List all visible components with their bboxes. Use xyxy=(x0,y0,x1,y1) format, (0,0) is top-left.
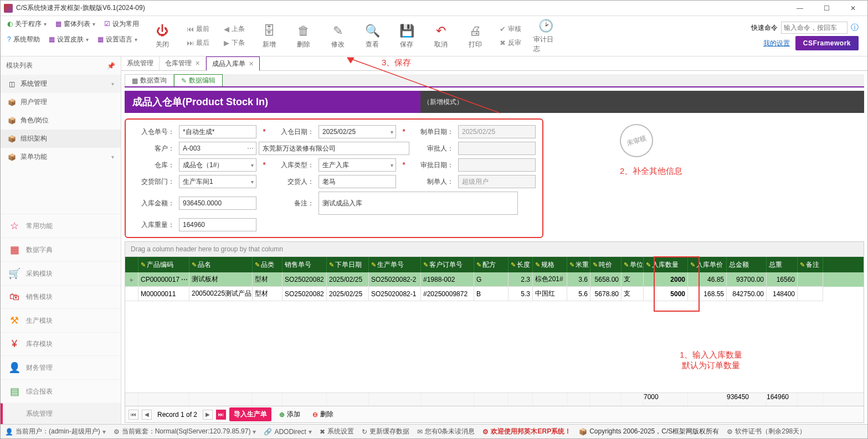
status-mail[interactable]: ✉您有0条未读消息 xyxy=(417,427,475,436)
grid-cell[interactable]: 型材 xyxy=(253,272,283,287)
grid-col-header[interactable]: 总重 xyxy=(767,257,798,272)
grid-col-header[interactable]: ✎单位 xyxy=(622,257,644,272)
grid-col-header[interactable]: ✎产品编码 xyxy=(138,257,189,272)
status-user[interactable]: 👤当前用户：(admin-超级用户)▾ xyxy=(5,427,106,436)
table-row[interactable]: M00000011200500225测试产品型材SO250200822025/0… xyxy=(125,287,864,301)
menu-winlist[interactable]: ▦窗体列表▾ xyxy=(52,18,99,30)
wh-input[interactable]: 成品仓（1#） xyxy=(179,158,256,172)
minimize-button[interactable]: — xyxy=(789,3,811,14)
grid-cell[interactable]: 中国红 xyxy=(533,287,567,301)
ribbon-new[interactable]: 🗄新增 xyxy=(257,23,281,49)
ribbon-view[interactable]: 🔍查看 xyxy=(360,23,384,49)
grid-col-header[interactable]: ✎入库单价 xyxy=(688,257,727,272)
grid-cell[interactable] xyxy=(798,272,823,287)
ribbon-edit[interactable]: ✎修改 xyxy=(326,23,350,49)
grid-col-header[interactable]: ✎吨价 xyxy=(590,257,622,272)
grid-cell[interactable]: 支 xyxy=(622,287,644,301)
grid-col-header[interactable]: ✎下单日期 xyxy=(327,257,369,272)
grid-col-header[interactable]: ✎入库数量 xyxy=(644,257,688,272)
sidebar-nav-item[interactable]: 👤财务管理 xyxy=(1,355,121,379)
import-prod-order-button[interactable]: 导入生产单 xyxy=(229,407,271,421)
grid-cell[interactable]: 棕色201# xyxy=(533,272,567,287)
status-syscfg[interactable]: ✖系统设置 xyxy=(320,427,354,436)
ribbon-first[interactable]: ⏮最前 xyxy=(184,24,212,34)
status-account[interactable]: ⚙当前账套：Normal(SqlServer:120.79.85.97)▾ xyxy=(114,427,256,436)
maximize-button[interactable]: ☐ xyxy=(815,3,838,14)
sidebar-tree-item[interactable]: 📦角色/岗位 xyxy=(1,111,121,130)
sidebar-nav-item[interactable]: ⚒生产模块 xyxy=(1,308,121,332)
grid-cell[interactable]: 16560 xyxy=(767,272,798,287)
ribbon-save[interactable]: 💾保存 xyxy=(394,23,419,49)
grid-col-header[interactable]: ✎米重 xyxy=(567,257,590,272)
close-button[interactable]: ✕ xyxy=(842,3,864,14)
grid-cell[interactable]: 842750.00 xyxy=(727,287,767,301)
grid-col-header[interactable]: ✎配方 xyxy=(474,257,509,272)
dept-input[interactable]: 生产车间1 xyxy=(179,175,256,188)
grid-cell[interactable]: #1988-002 xyxy=(421,272,474,287)
grid-cell[interactable]: CP00000017 ⋯ xyxy=(138,272,189,287)
docno-input[interactable]: *自动生成* xyxy=(179,125,256,138)
ribbon-close[interactable]: ⏻关闭 xyxy=(150,23,174,49)
ribbon-cancel[interactable]: ↶取消 xyxy=(429,23,453,49)
sidebar-nav-item[interactable]: 🛍销售模块 xyxy=(1,285,121,308)
note-input[interactable]: 测试成品入库 xyxy=(319,192,518,215)
grid-cell[interactable]: 2000 xyxy=(644,272,688,287)
grid-cell[interactable] xyxy=(798,287,823,301)
amount-input[interactable]: 936450.0000 xyxy=(179,197,256,210)
grid-cell[interactable]: 200500225测试产品 xyxy=(189,287,253,301)
grid-col-header[interactable]: ✎品类 xyxy=(253,257,283,272)
grid-cell[interactable]: 型材 xyxy=(253,287,283,301)
add-row-button[interactable]: ⊕添加 xyxy=(275,407,305,421)
grid-cell[interactable]: 5000 xyxy=(644,287,688,301)
cust-code-input[interactable]: A-003 xyxy=(179,142,256,155)
grid-cell[interactable]: 168.55 xyxy=(688,287,727,301)
grid-col-header[interactable]: 总金额 xyxy=(727,257,767,272)
grid-cell[interactable]: M00000011 xyxy=(138,287,189,301)
ribbon-approve[interactable]: ✔审核 xyxy=(497,24,523,34)
ribbon-unapprove[interactable]: ✖反审 xyxy=(497,38,523,48)
nav-first[interactable]: ⏮ xyxy=(129,410,138,420)
ribbon-delete[interactable]: 🗑删除 xyxy=(291,23,316,49)
grid-cell[interactable]: SO25020082 xyxy=(283,287,327,301)
sidebar-tree-item[interactable]: ◫系统管理▾ xyxy=(1,75,121,93)
table-row[interactable]: ▸CP00000017 ⋯测试板材型材SO250200822025/02/25S… xyxy=(125,272,864,287)
weight-input[interactable]: 164960 xyxy=(179,218,256,231)
ribbon-next[interactable]: ▶下条 xyxy=(222,38,247,48)
grid-col-header[interactable]: ✎生产单号 xyxy=(369,257,421,272)
menu-setdefault[interactable]: ☑设为常用 xyxy=(101,18,142,30)
grid-cell[interactable]: 2.3 xyxy=(509,272,533,287)
tab[interactable]: 仓库管理✕ xyxy=(160,56,206,70)
grid-cell[interactable]: SO25020082 xyxy=(283,272,327,287)
intype-input[interactable]: 生产入库 xyxy=(319,158,396,172)
grid-cell[interactable]: 2025/02/25 xyxy=(327,272,369,287)
sidebar-nav-item[interactable]: ☆常用功能 xyxy=(1,214,121,237)
grid-cell[interactable]: G xyxy=(474,272,509,287)
sidebar-nav-item[interactable]: 系统管理 xyxy=(1,403,121,424)
nav-prev[interactable]: ◀ xyxy=(142,410,152,420)
subtab[interactable]: ✎数据编辑 xyxy=(174,74,223,86)
grid-cell[interactable]: 5.6 xyxy=(567,287,590,301)
subtab[interactable]: ▦数据查询 xyxy=(125,74,174,86)
status-refresh[interactable]: ↻更新缓存数据 xyxy=(362,427,409,436)
cust-name-input[interactable]: 东莞新万达装修有限公司 xyxy=(259,142,409,155)
grid-col-header[interactable]: 销售单号 xyxy=(283,257,327,272)
grid-cell[interactable]: 5678.80 xyxy=(590,287,622,301)
sidebar-tree-item[interactable]: 📦组织架构 xyxy=(1,130,121,148)
menu-syshelp[interactable]: ?系统帮助 xyxy=(4,34,43,45)
sidebar-nav-item[interactable]: ¥库存模块 xyxy=(1,332,121,355)
grid-col-header[interactable]: ✎规格 xyxy=(533,257,567,272)
status-cert[interactable]: ⚙软件证书（剩余298天） xyxy=(727,427,806,436)
grid-cell[interactable]: 测试板材 xyxy=(189,272,253,287)
tab-close-icon[interactable]: ✕ xyxy=(249,60,254,68)
help-icon[interactable]: ⓘ xyxy=(851,23,859,33)
indate-input[interactable]: 2025/02/25 xyxy=(319,125,396,138)
sidebar-tree-item[interactable]: 📦用户管理 xyxy=(1,93,121,111)
grid-cell[interactable]: SO25020082-2 xyxy=(369,272,421,287)
tab-close-icon[interactable]: ✕ xyxy=(195,60,200,67)
nav-next[interactable]: ▶ xyxy=(203,410,213,420)
tab[interactable]: 成品入库单✕ xyxy=(206,56,260,71)
ribbon-auditlog[interactable]: 🕑审计日志 xyxy=(533,18,558,54)
grid-col-header[interactable]: ✎客户订单号 xyxy=(421,257,474,272)
grid-cell[interactable]: B xyxy=(474,287,509,301)
sidebar-tree-item[interactable]: 📦菜单功能▾ xyxy=(1,148,121,166)
